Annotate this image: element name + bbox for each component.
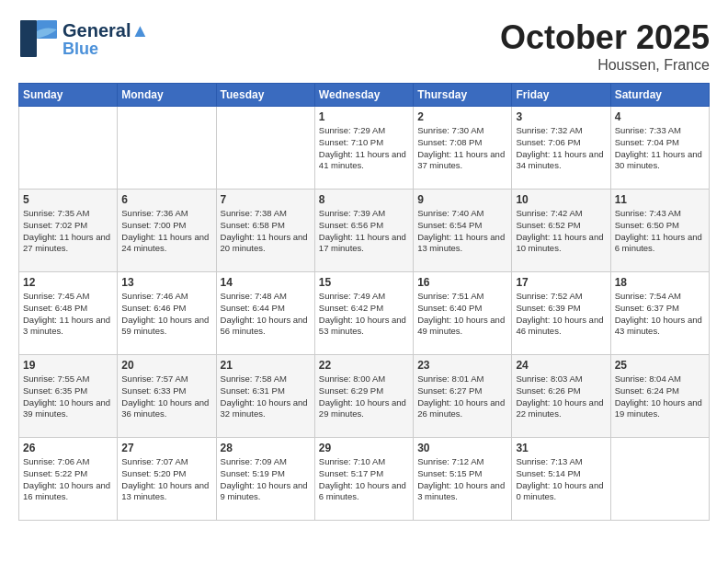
day-content: Sunrise: 8:01 AMSunset: 6:27 PMDaylight:…: [417, 373, 507, 420]
calendar-cell: [610, 438, 709, 521]
day-number: 5: [23, 193, 113, 206]
day-number: 13: [121, 276, 211, 289]
week-row-4: 19Sunrise: 7:55 AMSunset: 6:35 PMDayligh…: [19, 355, 710, 438]
day-number: 8: [319, 193, 409, 206]
day-content: Sunrise: 7:30 AMSunset: 7:08 PMDaylight:…: [417, 125, 507, 172]
calendar-cell: [19, 107, 118, 190]
calendar-cell: 22Sunrise: 8:00 AMSunset: 6:29 PMDayligh…: [314, 355, 413, 438]
day-content: Sunrise: 7:12 AMSunset: 5:15 PMDaylight:…: [417, 456, 507, 503]
calendar-table: SundayMondayTuesdayWednesdayThursdayFrid…: [18, 83, 710, 521]
day-content: Sunrise: 7:54 AMSunset: 6:37 PMDaylight:…: [615, 291, 705, 338]
calendar-cell: 4Sunrise: 7:33 AMSunset: 7:04 PMDaylight…: [610, 107, 709, 190]
day-content: Sunrise: 7:55 AMSunset: 6:35 PMDaylight:…: [23, 373, 113, 420]
day-content: Sunrise: 7:29 AMSunset: 7:10 PMDaylight:…: [319, 125, 409, 172]
header-saturday: Saturday: [610, 84, 709, 107]
header-wednesday: Wednesday: [314, 84, 413, 107]
day-content: Sunrise: 7:35 AMSunset: 7:02 PMDaylight:…: [23, 208, 113, 255]
day-number: 24: [516, 359, 606, 372]
header-thursday: Thursday: [414, 84, 512, 107]
day-number: 14: [221, 276, 311, 289]
day-content: Sunrise: 7:36 AMSunset: 7:00 PMDaylight:…: [121, 208, 211, 255]
calendar-cell: 18Sunrise: 7:54 AMSunset: 6:37 PMDayligh…: [610, 272, 709, 355]
day-content: Sunrise: 7:58 AMSunset: 6:31 PMDaylight:…: [221, 373, 311, 420]
day-number: 6: [121, 193, 211, 206]
day-number: 1: [319, 110, 409, 123]
calendar-cell: 16Sunrise: 7:51 AMSunset: 6:40 PMDayligh…: [414, 272, 512, 355]
day-content: Sunrise: 7:39 AMSunset: 6:56 PMDaylight:…: [319, 208, 409, 255]
day-content: Sunrise: 7:52 AMSunset: 6:39 PMDaylight:…: [516, 291, 606, 338]
day-number: 9: [417, 193, 507, 206]
calendar-cell: 3Sunrise: 7:32 AMSunset: 7:06 PMDaylight…: [512, 107, 610, 190]
week-row-2: 5Sunrise: 7:35 AMSunset: 7:02 PMDaylight…: [19, 190, 710, 272]
calendar-cell: 7Sunrise: 7:38 AMSunset: 6:58 PMDaylight…: [216, 190, 314, 272]
day-number: 30: [417, 442, 507, 454]
calendar-cell: 27Sunrise: 7:07 AMSunset: 5:20 PMDayligh…: [118, 438, 216, 521]
day-content: Sunrise: 7:40 AMSunset: 6:54 PMDaylight:…: [417, 208, 507, 255]
day-content: Sunrise: 7:38 AMSunset: 6:58 PMDaylight:…: [221, 208, 311, 255]
calendar-cell: 17Sunrise: 7:52 AMSunset: 6:39 PMDayligh…: [512, 272, 610, 355]
day-number: 16: [417, 276, 507, 289]
week-row-1: 1Sunrise: 7:29 AMSunset: 7:10 PMDaylight…: [19, 107, 710, 190]
day-content: Sunrise: 7:51 AMSunset: 6:40 PMDaylight:…: [417, 291, 507, 338]
header-monday: Monday: [118, 84, 216, 107]
day-content: Sunrise: 7:48 AMSunset: 6:44 PMDaylight:…: [221, 291, 311, 338]
day-content: Sunrise: 8:00 AMSunset: 6:29 PMDaylight:…: [319, 373, 409, 420]
calendar-cell: 2Sunrise: 7:30 AMSunset: 7:08 PMDaylight…: [414, 107, 512, 190]
svg-rect-0: [20, 20, 37, 57]
day-number: 31: [516, 442, 606, 454]
day-number: 7: [221, 193, 311, 206]
calendar-cell: 24Sunrise: 8:03 AMSunset: 6:26 PMDayligh…: [512, 355, 610, 438]
calendar-cell: 14Sunrise: 7:48 AMSunset: 6:44 PMDayligh…: [216, 272, 314, 355]
day-content: Sunrise: 7:07 AMSunset: 5:20 PMDaylight:…: [121, 456, 211, 503]
day-content: Sunrise: 7:32 AMSunset: 7:06 PMDaylight:…: [516, 125, 606, 172]
day-content: Sunrise: 7:33 AMSunset: 7:04 PMDaylight:…: [615, 125, 705, 172]
day-content: Sunrise: 7:42 AMSunset: 6:52 PMDaylight:…: [516, 208, 606, 255]
day-number: 27: [121, 442, 211, 454]
day-number: 4: [615, 110, 705, 123]
day-number: 3: [516, 110, 606, 123]
day-content: Sunrise: 7:49 AMSunset: 6:42 PMDaylight:…: [319, 291, 409, 338]
calendar-cell: 5Sunrise: 7:35 AMSunset: 7:02 PMDaylight…: [19, 190, 118, 272]
calendar-cell: 10Sunrise: 7:42 AMSunset: 6:52 PMDayligh…: [512, 190, 610, 272]
page-header: General▲ Blue October 2025 Houssen, Fran…: [18, 18, 710, 74]
calendar-cell: 28Sunrise: 7:09 AMSunset: 5:19 PMDayligh…: [216, 438, 314, 521]
day-number: 18: [615, 276, 705, 289]
logo-blue: Blue: [63, 40, 149, 57]
calendar-cell: 12Sunrise: 7:45 AMSunset: 6:48 PMDayligh…: [19, 272, 118, 355]
day-number: 25: [615, 359, 705, 372]
calendar-cell: 11Sunrise: 7:43 AMSunset: 6:50 PMDayligh…: [610, 190, 709, 272]
day-number: 2: [417, 110, 507, 123]
day-content: Sunrise: 7:45 AMSunset: 6:48 PMDaylight:…: [23, 291, 113, 338]
day-number: 29: [319, 442, 409, 454]
day-number: 21: [221, 359, 311, 372]
day-number: 23: [417, 359, 507, 372]
day-number: 10: [516, 193, 606, 206]
location: Houssen, France: [500, 57, 710, 74]
day-number: 20: [121, 359, 211, 372]
header-tuesday: Tuesday: [216, 84, 314, 107]
month-title: October 2025: [500, 18, 710, 57]
header-sunday: Sunday: [19, 84, 118, 107]
day-content: Sunrise: 7:43 AMSunset: 6:50 PMDaylight:…: [615, 208, 705, 255]
calendar-cell: 8Sunrise: 7:39 AMSunset: 6:56 PMDaylight…: [314, 190, 413, 272]
logo: General▲ Blue: [18, 18, 149, 59]
day-content: Sunrise: 7:10 AMSunset: 5:17 PMDaylight:…: [319, 456, 409, 503]
calendar-cell: 21Sunrise: 7:58 AMSunset: 6:31 PMDayligh…: [216, 355, 314, 438]
calendar-cell: 6Sunrise: 7:36 AMSunset: 7:00 PMDaylight…: [118, 190, 216, 272]
day-number: 11: [615, 193, 705, 206]
calendar-cell: 30Sunrise: 7:12 AMSunset: 5:15 PMDayligh…: [414, 438, 512, 521]
day-content: Sunrise: 8:03 AMSunset: 6:26 PMDaylight:…: [516, 373, 606, 420]
day-number: 26: [23, 442, 113, 454]
day-number: 15: [319, 276, 409, 289]
day-number: 12: [23, 276, 113, 289]
calendar-cell: 20Sunrise: 7:57 AMSunset: 6:33 PMDayligh…: [118, 355, 216, 438]
calendar-cell: [216, 107, 314, 190]
calendar-cell: 1Sunrise: 7:29 AMSunset: 7:10 PMDaylight…: [314, 107, 413, 190]
title-block: October 2025 Houssen, France: [500, 18, 710, 74]
day-number: 19: [23, 359, 113, 372]
calendar-cell: 29Sunrise: 7:10 AMSunset: 5:17 PMDayligh…: [314, 438, 413, 521]
calendar-cell: 31Sunrise: 7:13 AMSunset: 5:14 PMDayligh…: [512, 438, 610, 521]
week-row-3: 12Sunrise: 7:45 AMSunset: 6:48 PMDayligh…: [19, 272, 710, 355]
day-content: Sunrise: 8:04 AMSunset: 6:24 PMDaylight:…: [615, 373, 705, 420]
day-content: Sunrise: 7:09 AMSunset: 5:19 PMDaylight:…: [221, 456, 311, 503]
